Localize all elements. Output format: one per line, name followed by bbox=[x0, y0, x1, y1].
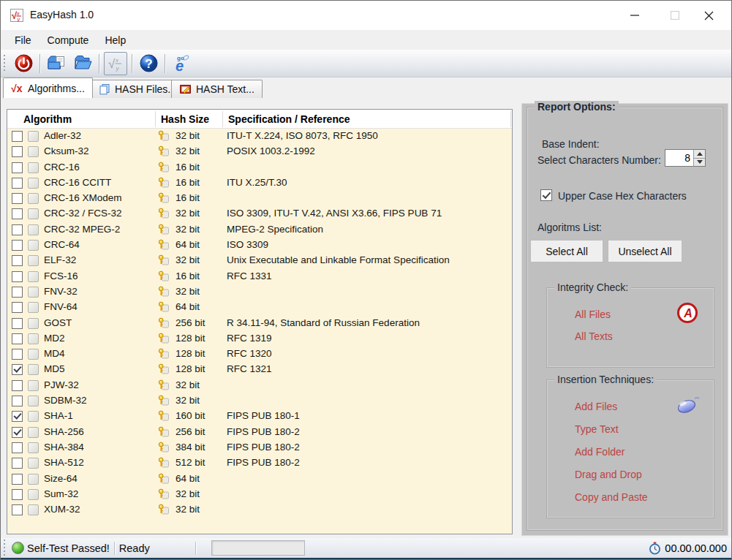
table-row[interactable]: CRC-16 XModem 16 bit bbox=[7, 191, 512, 206]
algorithm-checkbox[interactable] bbox=[12, 240, 23, 251]
exit-button[interactable] bbox=[12, 52, 35, 75]
menu-help[interactable]: Help bbox=[97, 31, 134, 49]
maximize-button[interactable] bbox=[658, 1, 691, 30]
table-row[interactable]: GOST 256 bit R 34.11-94, Standard of Rus… bbox=[7, 316, 512, 331]
algorithm-checkbox[interactable] bbox=[12, 364, 23, 375]
algorithm-checkbox[interactable] bbox=[12, 333, 23, 344]
algorithm-name: Adler-32 bbox=[44, 130, 81, 141]
tab-hash-files[interactable]: HASH Files... bbox=[91, 80, 184, 98]
algorithm-checkbox[interactable] bbox=[12, 287, 23, 298]
table-row[interactable]: ELF-32 32 bit Unix Executable and Linkab… bbox=[7, 253, 512, 268]
algorithm-checkbox[interactable] bbox=[12, 271, 23, 282]
drag-and-drop-link[interactable]: Drag and Drop bbox=[575, 469, 642, 480]
column-header-specification[interactable]: Specification / Reference bbox=[228, 110, 350, 129]
menu-file[interactable]: File bbox=[7, 31, 39, 49]
table-row[interactable]: FNV-32 32 bit bbox=[7, 284, 512, 300]
algorithm-checkbox[interactable] bbox=[12, 162, 23, 173]
table-row[interactable]: Cksum-32 32 bit POSIX 1003.2-1992 bbox=[7, 144, 512, 159]
add-folder-button[interactable] bbox=[71, 52, 94, 75]
algorithm-checkbox[interactable] bbox=[12, 489, 23, 500]
column-header-hash-size[interactable]: Hash Size bbox=[161, 110, 209, 129]
tab-hash-text[interactable]: HASH Text... bbox=[171, 80, 263, 98]
svg-text:A: A bbox=[683, 307, 693, 319]
tab-bar: √x Algorithms... HASH Files... HASH Text… bbox=[1, 77, 731, 98]
algorithm-checkbox[interactable] bbox=[12, 427, 23, 438]
algorithm-checkbox[interactable] bbox=[12, 255, 23, 266]
key-icon bbox=[158, 177, 169, 188]
table-row[interactable]: CRC-16 CCITT 16 bit ITU X.25/T.30 bbox=[7, 175, 512, 191]
algorithm-checkbox[interactable] bbox=[12, 474, 23, 485]
algorithm-checkbox[interactable] bbox=[12, 396, 23, 406]
algorithm-checkbox[interactable] bbox=[12, 146, 23, 157]
column-separator[interactable] bbox=[222, 111, 223, 127]
algorithm-indicator bbox=[28, 193, 39, 204]
help-button[interactable]: ? bbox=[137, 52, 160, 75]
add-files-button[interactable] bbox=[45, 52, 68, 75]
table-row[interactable]: XUM-32 32 bit bbox=[7, 502, 512, 518]
hash-size-value: 256 bit bbox=[176, 317, 205, 328]
integrity-all-files-link[interactable]: All Files bbox=[575, 309, 611, 320]
table-row[interactable]: CRC-32 MPEG-2 32 bit MPEG-2 Specificatio… bbox=[7, 222, 512, 238]
table-row[interactable]: FNV-64 64 bit bbox=[7, 300, 512, 315]
menu-bar: File Compute Help bbox=[1, 30, 731, 50]
type-text-link[interactable]: Type Text bbox=[575, 423, 619, 435]
table-row[interactable]: SDBM-32 32 bit bbox=[7, 393, 512, 409]
table-row[interactable]: CRC-16 16 bit bbox=[7, 160, 512, 175]
column-separator[interactable] bbox=[510, 111, 511, 127]
unselect-all-button[interactable]: Unselect All bbox=[608, 240, 682, 262]
tab-algorithms[interactable]: √x Algorithms... bbox=[3, 77, 93, 98]
algorithm-checkbox[interactable] bbox=[12, 302, 23, 313]
algorithm-checkbox[interactable] bbox=[12, 208, 23, 219]
spinner-up-button[interactable] bbox=[694, 150, 705, 158]
table-row[interactable]: SHA-256 256 bit FIPS PUB 180-2 bbox=[7, 425, 512, 440]
hash-size-value: 128 bit bbox=[176, 363, 205, 374]
algorithm-checkbox[interactable] bbox=[12, 442, 23, 453]
characters-number-spinner[interactable]: 8 bbox=[665, 149, 706, 167]
specification-reference: FIPS PUB 180-2 bbox=[227, 442, 300, 453]
minimize-icon bbox=[630, 11, 639, 20]
table-row[interactable]: MD4 128 bit RFC 1320 bbox=[7, 347, 512, 362]
table-row[interactable]: Adler-32 32 bit ITU-T X.224, ISO 8073, R… bbox=[7, 129, 512, 144]
minimize-button[interactable] bbox=[618, 1, 651, 30]
algorithm-checkbox[interactable] bbox=[12, 193, 23, 204]
algorithm-checkbox[interactable] bbox=[12, 178, 23, 189]
compute-button[interactable]: √ x y bbox=[104, 52, 127, 75]
spinner-value[interactable]: 8 bbox=[665, 150, 693, 166]
title-bar: √ x y EasyHash 1.0 bbox=[1, 1, 731, 30]
table-row[interactable]: MD2 128 bit RFC 1319 bbox=[7, 331, 512, 347]
status-separator bbox=[114, 542, 115, 555]
algorithm-checkbox[interactable] bbox=[12, 349, 23, 360]
algorithm-checkbox[interactable] bbox=[12, 380, 23, 391]
table-row[interactable]: Size-64 64 bit bbox=[7, 472, 512, 487]
column-header-algorithm[interactable]: Algorithm bbox=[23, 110, 72, 129]
table-row[interactable]: SHA-1 160 bit FIPS PUB 180-1 bbox=[7, 409, 512, 424]
website-button[interactable]: e go bbox=[170, 52, 193, 75]
algorithm-checkbox[interactable] bbox=[12, 504, 23, 515]
menu-compute[interactable]: Compute bbox=[39, 31, 97, 49]
table-row[interactable]: MD5 128 bit RFC 1321 bbox=[7, 362, 512, 377]
uppercase-hex-checkbox[interactable] bbox=[540, 189, 552, 201]
add-files-link[interactable]: Add Files bbox=[575, 401, 617, 412]
copy-and-paste-link[interactable]: Copy and Paste bbox=[575, 491, 648, 503]
table-row[interactable]: CRC-64 64 bit ISO 3309 bbox=[7, 238, 512, 253]
table-row[interactable]: SHA-384 384 bit FIPS PUB 180-2 bbox=[7, 440, 512, 455]
add-folder-link[interactable]: Add Folder bbox=[575, 446, 625, 458]
toolbar-grip[interactable] bbox=[3, 54, 7, 73]
close-button[interactable] bbox=[693, 1, 725, 30]
integrity-all-texts-link[interactable]: All Texts bbox=[575, 330, 613, 342]
algorithm-checkbox[interactable] bbox=[12, 131, 23, 142]
algorithm-checkbox[interactable] bbox=[12, 411, 23, 422]
algorithm-checkbox[interactable] bbox=[12, 224, 23, 235]
algorithm-indicator bbox=[28, 396, 39, 406]
table-row[interactable]: CRC-32 / FCS-32 32 bit ISO 3309, ITU-T V… bbox=[7, 206, 512, 222]
table-row[interactable]: Sum-32 32 bit bbox=[7, 487, 512, 502]
algorithm-checkbox[interactable] bbox=[12, 458, 23, 469]
select-all-button[interactable]: Select All bbox=[530, 240, 603, 262]
table-row[interactable]: SHA-512 512 bit FIPS PUB 180-2 bbox=[7, 455, 512, 471]
table-row[interactable]: PJW-32 32 bit bbox=[7, 378, 512, 393]
table-row[interactable]: FCS-16 16 bit RFC 1331 bbox=[7, 269, 512, 284]
algorithm-checkbox[interactable] bbox=[12, 318, 23, 329]
spinner-down-button[interactable] bbox=[694, 158, 705, 167]
column-separator[interactable] bbox=[155, 111, 156, 127]
statusbar-grip[interactable] bbox=[3, 539, 7, 558]
